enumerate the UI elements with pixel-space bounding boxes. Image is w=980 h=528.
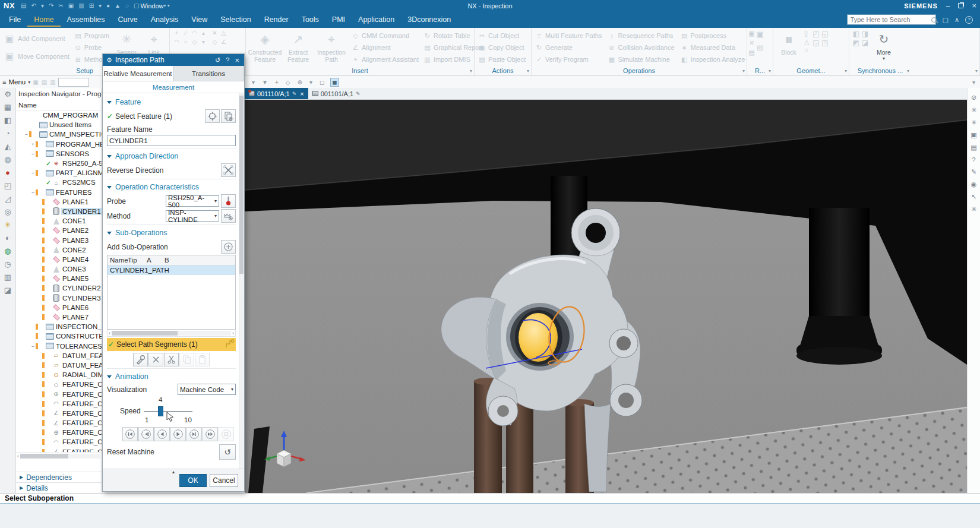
ribbon-big-button[interactable]: ⌖Inspection Path xyxy=(315,30,348,63)
pen-icon[interactable]: ▲ xyxy=(115,3,121,9)
microphone-icon[interactable]: ● xyxy=(106,3,110,9)
search-input[interactable] xyxy=(847,14,936,25)
copy-segment-button[interactable] xyxy=(179,353,194,366)
touch-mode-icon[interactable]: ⊞ xyxy=(89,3,94,9)
restore-button[interactable] xyxy=(958,3,963,8)
tree-item[interactable]: FEATURE_CONT xyxy=(16,428,102,437)
undo-icon[interactable]: ↶ xyxy=(31,3,36,9)
reverse-direction-button[interactable] xyxy=(221,163,236,177)
tree-item[interactable]: − FEATURES xyxy=(16,188,102,197)
fullscreen-icon[interactable]: ▢ xyxy=(943,16,949,24)
ribbon-button[interactable]: ≡Multi Feature Paths xyxy=(534,30,603,42)
tab-close-icon[interactable]: × xyxy=(300,90,304,97)
ribbon-mini-icon[interactable]: ◳ xyxy=(820,39,829,48)
ribbon-button[interactable]: ↻Generate xyxy=(534,42,603,53)
tree-item[interactable]: DATUM_FEATUR xyxy=(16,351,102,361)
wizard-icon[interactable]: ✳ xyxy=(5,221,11,229)
tree-item[interactable]: PLANE5 xyxy=(16,274,102,283)
selection-dropdown[interactable]: ▾ xyxy=(251,78,256,86)
tree-item[interactable]: FEATURE_CONT xyxy=(16,399,102,409)
gear-icon[interactable]: ⚙ xyxy=(4,90,11,98)
go-to-end-button[interactable] xyxy=(203,427,218,441)
tree-item[interactable]: RADIAL_DIMEN xyxy=(16,370,102,380)
help-icon[interactable]: ? xyxy=(972,156,975,163)
annotate-icon[interactable]: ✎ xyxy=(971,168,976,176)
reset-machine-button[interactable]: ↺ xyxy=(219,444,236,460)
slider-handle[interactable] xyxy=(158,406,163,416)
work-plane-icon[interactable]: ◇ xyxy=(284,78,292,86)
visualization-dropdown[interactable]: Machine Code▾ xyxy=(178,384,236,395)
ribbon-button[interactable]: ⊙Probe xyxy=(73,42,110,53)
menu-item[interactable]: Analysis xyxy=(144,12,185,27)
delete-segment-button[interactable] xyxy=(148,353,163,366)
window-icon[interactable]: ▢ xyxy=(134,3,139,9)
tree-item[interactable]: FEATURE_CONT xyxy=(16,418,102,428)
sketch-tool-icon[interactable]: ◠ xyxy=(172,39,181,48)
select-path-segments-prompt[interactable]: ✓ Select Path Segments (1) xyxy=(107,338,236,351)
selection-filter-icon[interactable]: ▼ xyxy=(261,78,269,86)
section-approach-direction[interactable]: Approach Direction xyxy=(107,150,236,162)
ribbon-mini-icon[interactable]: ⊞ xyxy=(756,43,763,52)
tree-item[interactable]: CYLINDER1 xyxy=(16,207,102,216)
ribbon-mini-icon[interactable]: ◰ xyxy=(811,30,820,39)
navigator-column-header[interactable]: Name xyxy=(16,100,102,110)
probe-icon-button[interactable] xyxy=(221,194,236,208)
ribbon-mini-icon[interactable]: ◧ xyxy=(852,30,861,39)
add-sub-operation-button[interactable] xyxy=(221,240,236,254)
fit-view-icon[interactable]: ▣ xyxy=(970,131,976,139)
section-feature[interactable]: Feature xyxy=(107,96,236,108)
tree-item[interactable]: ✓ PCS2MCS xyxy=(16,178,102,187)
step-back-button[interactable] xyxy=(138,427,154,441)
play-backward-button[interactable] xyxy=(154,427,170,441)
block-button[interactable]: ■Block xyxy=(776,30,802,56)
tree-item[interactable]: − TOLERANCES xyxy=(16,342,102,351)
globe-icon[interactable]: ◍ xyxy=(4,247,11,255)
paste-segment-button[interactable] xyxy=(195,353,210,366)
tree-item[interactable]: FEATURE_CONT xyxy=(16,409,102,418)
cut-icon[interactable]: ✂ xyxy=(58,3,63,9)
tree-item[interactable]: CYLINDER2 xyxy=(16,283,102,293)
tab-measurement[interactable]: Measurement xyxy=(103,81,244,93)
part-filter-icon[interactable]: ▤ xyxy=(42,79,47,86)
hamburger-icon[interactable]: ≡ xyxy=(2,78,6,86)
assembly-filter-icon[interactable]: ▣ xyxy=(33,79,38,86)
ribbon-button[interactable]: ▣Copy Object xyxy=(477,42,527,53)
paste-icon[interactable]: ▥ xyxy=(78,3,84,9)
tree-item[interactable]: Unused Items xyxy=(16,120,102,129)
ribbon-big-button[interactable]: ✳Sensor xyxy=(113,30,140,56)
ribbon-big-button[interactable]: ⌖Link xyxy=(140,30,167,56)
shape-icon[interactable]: ○ xyxy=(804,46,809,53)
menu-caret-icon[interactable]: ▾ xyxy=(28,80,30,85)
toolbar-overflow-caret[interactable]: ▾ xyxy=(971,78,976,86)
ok-button[interactable]: OK xyxy=(179,474,207,487)
tree-item[interactable]: − PART_ALIGNMENT xyxy=(16,168,102,178)
shape-icon[interactable]: △ xyxy=(804,38,809,46)
dialog-title-bar[interactable]: ⚙ Inspection Path ↺ ? × xyxy=(103,54,244,66)
expand-icon[interactable]: − xyxy=(30,189,36,195)
point-dialog-icon[interactable]: ⊕ xyxy=(296,78,303,86)
ribbon-mini-icon[interactable]: ◨ xyxy=(861,30,870,39)
tree-item[interactable]: ✓ RSH250_A-5000 xyxy=(16,159,102,168)
navigator-filter-input[interactable] xyxy=(58,78,89,87)
search-icon[interactable] xyxy=(931,17,937,23)
tree-item[interactable]: PLANE2 xyxy=(16,226,102,235)
tree-item[interactable]: CYLINDER3 xyxy=(16,293,102,303)
expand-icon[interactable]: − xyxy=(24,131,29,137)
sketch-tool-icon[interactable]: ✕ xyxy=(210,30,219,39)
ribbon-button[interactable]: ▣Move Component xyxy=(2,48,71,65)
save-icon[interactable]: ▤ xyxy=(21,3,26,9)
scope-filter-icon[interactable]: ▥ xyxy=(50,79,55,86)
window-menu[interactable]: Window xyxy=(140,2,163,10)
viewport-tab-001101[interactable]: 001101/A;1 ✎ xyxy=(308,88,368,99)
ribbon-mini-icon[interactable]: ◩ xyxy=(852,39,861,48)
sketch-tool-icon[interactable]: ∕ xyxy=(181,30,190,39)
ribbon-big-button[interactable]: ↗Extract Feature xyxy=(282,30,315,63)
sketch-tool-icon[interactable]: ▴ xyxy=(199,30,208,39)
sketch-tool-icon[interactable]: ▾ xyxy=(199,39,208,48)
measure-icon[interactable]: ◿ xyxy=(5,195,11,203)
navigator-hscrollbar[interactable]: ‹ xyxy=(16,452,102,459)
ribbon-button[interactable]: ◇CMM Command xyxy=(350,30,420,42)
menu-item[interactable]: Home xyxy=(27,12,60,27)
sketch-tool-icon[interactable]: ◠ xyxy=(190,30,199,39)
dialog-help-icon[interactable]: ? xyxy=(225,56,230,64)
